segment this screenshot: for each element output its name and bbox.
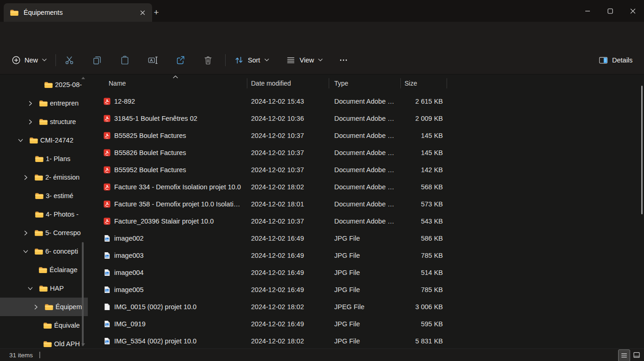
file-type: JPG File — [334, 269, 360, 276]
column-divider[interactable] — [400, 78, 401, 88]
sidebar-item[interactable]: Old APH — [0, 335, 88, 350]
sidebar-item[interactable]: structure — [0, 112, 88, 131]
chevron-right-icon[interactable] — [22, 224, 34, 242]
sidebar-item[interactable]: Équipem — [0, 298, 88, 316]
sidebar-item[interactable]: Équivale — [0, 316, 88, 335]
more-options-button[interactable] — [334, 51, 353, 69]
file-row[interactable]: Facture 334 - Demofix Isolation projet 1… — [88, 178, 644, 195]
file-name: B55952 Boulet Factures — [114, 166, 245, 174]
sidebar-item[interactable]: 3- estimé — [0, 187, 88, 205]
column-divider[interactable] — [329, 78, 329, 88]
file-date-modified: 2024-12-02 18:02 — [251, 303, 304, 311]
file-row[interactable]: B55826 Boulet Factures2024-12-02 10:37Do… — [88, 144, 644, 161]
sidebar-item-label: 1- Plans — [46, 155, 70, 162]
column-divider[interactable] — [247, 78, 247, 88]
column-header-type[interactable]: Type — [334, 74, 348, 93]
sidebar-item[interactable]: CMI-24742 — [0, 131, 88, 149]
sidebar-item[interactable]: 5- Correspo — [0, 224, 88, 242]
sidebar-item[interactable]: 6- concepti — [0, 242, 88, 261]
scroll-up-icon[interactable] — [81, 77, 85, 79]
column-header-date[interactable]: Date modified — [251, 74, 291, 93]
scroll-down-icon[interactable] — [81, 343, 85, 346]
close-button[interactable] — [621, 0, 644, 22]
chevron-right-icon[interactable] — [22, 168, 34, 187]
file-name: 12-892 — [114, 98, 245, 105]
sort-button-label: Sort — [248, 56, 260, 64]
details-pane-button[interactable]: Details — [593, 51, 638, 69]
chevron-down-icon[interactable] — [22, 242, 34, 261]
file-row[interactable]: 12-8922024-12-02 15:43Document Adobe …2 … — [88, 93, 644, 110]
pdf-icon — [103, 200, 111, 208]
file-row[interactable]: image0032024-12-02 16:49JPG File785 KB — [88, 247, 644, 264]
copy-button[interactable] — [88, 51, 106, 69]
paste-button[interactable] — [116, 51, 134, 69]
file-row[interactable]: 31845-1 Boulet Fenêtres 022024-12-02 10:… — [88, 110, 644, 127]
sort-button[interactable]: Sort — [229, 51, 275, 69]
sidebar-scrollbar[interactable] — [82, 242, 84, 346]
expander-spacer — [31, 335, 43, 350]
expander-spacer — [32, 75, 44, 94]
maximize-button[interactable] — [599, 0, 621, 22]
file-row[interactable]: IMG_09192024-12-02 16:49JPG File595 KB — [88, 315, 644, 332]
file-row[interactable]: image0022024-12-02 16:49JPG File586 KB — [88, 230, 644, 247]
file-size: 785 KB — [365, 252, 443, 259]
share-button[interactable] — [171, 51, 190, 69]
new-button[interactable]: New — [6, 51, 52, 69]
column-header-name[interactable]: Name — [109, 74, 126, 93]
file-row[interactable]: image0052024-12-02 16:49JPG File785 KB — [88, 281, 644, 298]
file-size: 573 KB — [365, 200, 443, 208]
delete-button[interactable] — [199, 51, 217, 69]
sidebar-item-label: 2025-08- — [55, 81, 82, 88]
column-divider[interactable] — [447, 78, 447, 88]
file-size: 145 KB — [365, 149, 443, 156]
folder-icon — [34, 230, 45, 237]
chevron-down-icon[interactable] — [17, 131, 29, 149]
sidebar-item[interactable]: HAP — [0, 279, 88, 298]
sidebar-item[interactable]: entrepren — [0, 94, 88, 112]
rename-button[interactable] — [143, 51, 162, 69]
column-headers: Name Date modified Type Size — [88, 74, 644, 93]
sidebar-item[interactable]: 4- Photos - — [0, 205, 88, 224]
sidebar-item[interactable]: Éclairage — [0, 261, 88, 279]
details-view-toggle[interactable] — [618, 349, 630, 361]
chevron-right-icon[interactable] — [27, 112, 39, 131]
sidebar-item[interactable]: 2025-08- — [0, 75, 88, 94]
file-row[interactable]: image0042024-12-02 16:49JPG File514 KB — [88, 264, 644, 281]
window-controls — [576, 0, 644, 22]
file-date-modified: 2024-12-02 16:49 — [251, 286, 304, 293]
file-row[interactable]: IMG_5354 (002) projet 10.02024-12-02 18:… — [88, 332, 644, 349]
file-date-modified: 2024-12-02 18:02 — [251, 183, 304, 191]
sidebar-item[interactable]: 2- émission — [0, 168, 88, 187]
column-header-size[interactable]: Size — [405, 74, 417, 93]
file-type: JPG File — [334, 286, 360, 293]
chevron-right-icon[interactable] — [32, 298, 44, 316]
file-name: B55825 Boulet Factures — [114, 132, 245, 139]
file-row[interactable]: Facture 358 - Demofix projet 10.0 Isolat… — [88, 195, 644, 212]
chevron-down-icon[interactable] — [27, 279, 39, 298]
minimize-button[interactable] — [576, 0, 599, 22]
thumbnails-view-toggle[interactable] — [631, 349, 642, 361]
file-row[interactable]: Facture_20396 Stalair projet 10.02024-12… — [88, 212, 644, 230]
sidebar-item-label: structure — [50, 118, 76, 125]
sidebar-item-label: 2- émission — [45, 174, 80, 181]
sidebar-item[interactable]: 1- Plans — [0, 149, 88, 168]
file-type: JPEG File — [334, 303, 364, 311]
file-size: 543 KB — [365, 218, 443, 225]
sidebar-item-label: 4- Photos - — [46, 211, 79, 218]
explorer-tab[interactable]: Équipements — [4, 3, 152, 22]
chevron-down-icon — [264, 58, 270, 62]
sidebar-item-label: Éclairage — [49, 266, 77, 274]
tab-close-icon[interactable] — [136, 6, 148, 19]
file-date-modified: 2024-12-02 10:37 — [251, 149, 304, 156]
file-row[interactable]: B55825 Boulet Factures2024-12-02 10:37Do… — [88, 127, 644, 144]
new-tab-button[interactable]: + — [150, 6, 163, 19]
file-name: Facture 334 - Demofix Isolation projet 1… — [114, 183, 245, 191]
chevron-right-icon[interactable] — [27, 94, 39, 112]
file-row[interactable]: B55952 Boulet Factures2024-12-02 10:37Do… — [88, 161, 644, 178]
file-date-modified: 2024-12-02 18:01 — [251, 200, 304, 208]
cut-button[interactable] — [60, 51, 79, 69]
view-button[interactable]: View — [281, 51, 328, 69]
file-row[interactable]: IMG_0015 (002) projet 10.02024-12-02 18:… — [88, 298, 644, 315]
pdf-icon — [103, 97, 111, 105]
file-list-scrollbar[interactable] — [641, 86, 643, 214]
